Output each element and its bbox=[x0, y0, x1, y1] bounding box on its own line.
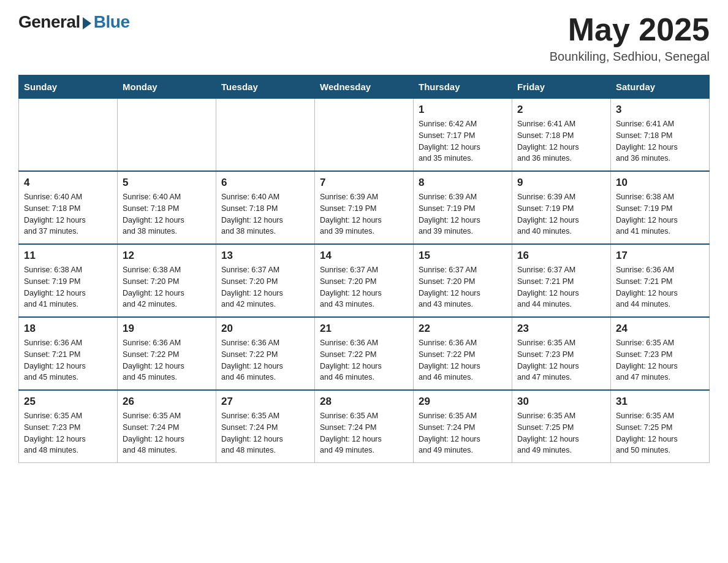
calendar-cell: 5Sunrise: 6:40 AMSunset: 7:18 PMDaylight… bbox=[118, 171, 216, 244]
day-info: Sunrise: 6:36 AMSunset: 7:21 PMDaylight:… bbox=[24, 337, 112, 383]
day-info: Sunrise: 6:35 AMSunset: 7:24 PMDaylight:… bbox=[123, 410, 211, 456]
day-info: Sunrise: 6:37 AMSunset: 7:20 PMDaylight:… bbox=[320, 264, 408, 310]
title-area: May 2025 Bounkiling, Sedhiou, Senegal bbox=[550, 12, 710, 64]
calendar-cell bbox=[118, 99, 216, 172]
calendar-cell: 14Sunrise: 6:37 AMSunset: 7:20 PMDayligh… bbox=[315, 244, 414, 317]
day-number: 11 bbox=[24, 250, 112, 262]
calendar-cell: 18Sunrise: 6:36 AMSunset: 7:21 PMDayligh… bbox=[19, 317, 118, 390]
calendar-cell: 31Sunrise: 6:35 AMSunset: 7:25 PMDayligh… bbox=[611, 390, 710, 463]
calendar-week-row: 4Sunrise: 6:40 AMSunset: 7:18 PMDaylight… bbox=[19, 171, 710, 244]
calendar-cell: 3Sunrise: 6:41 AMSunset: 7:18 PMDaylight… bbox=[611, 99, 710, 172]
logo-arrow-icon bbox=[83, 17, 91, 29]
day-number: 21 bbox=[320, 323, 408, 335]
day-info: Sunrise: 6:35 AMSunset: 7:25 PMDaylight:… bbox=[616, 410, 704, 456]
day-info: Sunrise: 6:38 AMSunset: 7:19 PMDaylight:… bbox=[616, 191, 704, 237]
calendar-location: Bounkiling, Sedhiou, Senegal bbox=[550, 50, 710, 64]
calendar-cell: 2Sunrise: 6:41 AMSunset: 7:18 PMDaylight… bbox=[512, 99, 611, 172]
calendar-cell: 11Sunrise: 6:38 AMSunset: 7:19 PMDayligh… bbox=[19, 244, 118, 317]
day-number: 31 bbox=[616, 396, 704, 408]
day-info: Sunrise: 6:35 AMSunset: 7:24 PMDaylight:… bbox=[419, 410, 507, 456]
day-info: Sunrise: 6:39 AMSunset: 7:19 PMDaylight:… bbox=[517, 191, 605, 237]
day-number: 3 bbox=[616, 104, 704, 116]
calendar-cell: 20Sunrise: 6:36 AMSunset: 7:22 PMDayligh… bbox=[216, 317, 315, 390]
day-info: Sunrise: 6:37 AMSunset: 7:20 PMDaylight:… bbox=[221, 264, 309, 310]
day-info: Sunrise: 6:35 AMSunset: 7:23 PMDaylight:… bbox=[616, 337, 704, 383]
day-info: Sunrise: 6:38 AMSunset: 7:19 PMDaylight:… bbox=[24, 264, 112, 310]
day-number: 17 bbox=[616, 250, 704, 262]
calendar-cell: 15Sunrise: 6:37 AMSunset: 7:20 PMDayligh… bbox=[414, 244, 512, 317]
calendar-cell: 23Sunrise: 6:35 AMSunset: 7:23 PMDayligh… bbox=[512, 317, 611, 390]
calendar-cell: 21Sunrise: 6:36 AMSunset: 7:22 PMDayligh… bbox=[315, 317, 414, 390]
day-number: 14 bbox=[320, 250, 408, 262]
calendar-week-row: 1Sunrise: 6:42 AMSunset: 7:17 PMDaylight… bbox=[19, 99, 710, 172]
day-number: 26 bbox=[123, 396, 211, 408]
day-info: Sunrise: 6:36 AMSunset: 7:21 PMDaylight:… bbox=[616, 264, 704, 310]
calendar-cell: 16Sunrise: 6:37 AMSunset: 7:21 PMDayligh… bbox=[512, 244, 611, 317]
day-number: 23 bbox=[517, 323, 605, 335]
day-number: 2 bbox=[517, 104, 605, 116]
day-number: 5 bbox=[123, 177, 211, 189]
logo: General Blue bbox=[18, 12, 129, 32]
calendar-cell: 26Sunrise: 6:35 AMSunset: 7:24 PMDayligh… bbox=[118, 390, 216, 463]
day-info: Sunrise: 6:40 AMSunset: 7:18 PMDaylight:… bbox=[24, 191, 112, 237]
day-info: Sunrise: 6:39 AMSunset: 7:19 PMDaylight:… bbox=[419, 191, 507, 237]
day-info: Sunrise: 6:40 AMSunset: 7:18 PMDaylight:… bbox=[221, 191, 309, 237]
calendar-cell: 8Sunrise: 6:39 AMSunset: 7:19 PMDaylight… bbox=[414, 171, 512, 244]
day-info: Sunrise: 6:35 AMSunset: 7:23 PMDaylight:… bbox=[24, 410, 112, 456]
calendar-title: May 2025 bbox=[550, 12, 710, 47]
day-number: 15 bbox=[419, 250, 507, 262]
day-info: Sunrise: 6:37 AMSunset: 7:21 PMDaylight:… bbox=[517, 264, 605, 310]
day-number: 27 bbox=[221, 396, 309, 408]
day-info: Sunrise: 6:37 AMSunset: 7:20 PMDaylight:… bbox=[419, 264, 507, 310]
day-number: 13 bbox=[221, 250, 309, 262]
day-number: 10 bbox=[616, 177, 704, 189]
day-number: 25 bbox=[24, 396, 112, 408]
logo-general-text: General bbox=[18, 12, 80, 32]
calendar-cell: 13Sunrise: 6:37 AMSunset: 7:20 PMDayligh… bbox=[216, 244, 315, 317]
day-number: 19 bbox=[123, 323, 211, 335]
day-number: 16 bbox=[517, 250, 605, 262]
day-number: 6 bbox=[221, 177, 309, 189]
calendar-cell: 10Sunrise: 6:38 AMSunset: 7:19 PMDayligh… bbox=[611, 171, 710, 244]
day-info: Sunrise: 6:39 AMSunset: 7:19 PMDaylight:… bbox=[320, 191, 408, 237]
calendar-cell: 28Sunrise: 6:35 AMSunset: 7:24 PMDayligh… bbox=[315, 390, 414, 463]
day-info: Sunrise: 6:36 AMSunset: 7:22 PMDaylight:… bbox=[419, 337, 507, 383]
calendar-cell: 9Sunrise: 6:39 AMSunset: 7:19 PMDaylight… bbox=[512, 171, 611, 244]
calendar-week-row: 18Sunrise: 6:36 AMSunset: 7:21 PMDayligh… bbox=[19, 317, 710, 390]
calendar-cell: 6Sunrise: 6:40 AMSunset: 7:18 PMDaylight… bbox=[216, 171, 315, 244]
col-monday: Monday bbox=[118, 75, 216, 99]
calendar-week-row: 25Sunrise: 6:35 AMSunset: 7:23 PMDayligh… bbox=[19, 390, 710, 463]
day-number: 24 bbox=[616, 323, 704, 335]
day-info: Sunrise: 6:38 AMSunset: 7:20 PMDaylight:… bbox=[123, 264, 211, 310]
calendar-cell: 1Sunrise: 6:42 AMSunset: 7:17 PMDaylight… bbox=[414, 99, 512, 172]
calendar-cell: 30Sunrise: 6:35 AMSunset: 7:25 PMDayligh… bbox=[512, 390, 611, 463]
day-info: Sunrise: 6:36 AMSunset: 7:22 PMDaylight:… bbox=[320, 337, 408, 383]
calendar-cell bbox=[19, 99, 118, 172]
calendar-cell: 7Sunrise: 6:39 AMSunset: 7:19 PMDaylight… bbox=[315, 171, 414, 244]
day-info: Sunrise: 6:42 AMSunset: 7:17 PMDaylight:… bbox=[419, 118, 507, 164]
day-info: Sunrise: 6:35 AMSunset: 7:25 PMDaylight:… bbox=[517, 410, 605, 456]
calendar-cell: 4Sunrise: 6:40 AMSunset: 7:18 PMDaylight… bbox=[19, 171, 118, 244]
calendar-cell: 12Sunrise: 6:38 AMSunset: 7:20 PMDayligh… bbox=[118, 244, 216, 317]
col-wednesday: Wednesday bbox=[315, 75, 414, 99]
calendar-cell: 27Sunrise: 6:35 AMSunset: 7:24 PMDayligh… bbox=[216, 390, 315, 463]
day-number: 4 bbox=[24, 177, 112, 189]
page-header: General Blue May 2025 Bounkiling, Sedhio… bbox=[18, 12, 710, 64]
calendar-cell: 29Sunrise: 6:35 AMSunset: 7:24 PMDayligh… bbox=[414, 390, 512, 463]
logo-blue-text: Blue bbox=[94, 12, 130, 32]
day-number: 30 bbox=[517, 396, 605, 408]
col-friday: Friday bbox=[512, 75, 611, 99]
day-number: 1 bbox=[419, 104, 507, 116]
calendar-cell: 17Sunrise: 6:36 AMSunset: 7:21 PMDayligh… bbox=[611, 244, 710, 317]
calendar-cell: 22Sunrise: 6:36 AMSunset: 7:22 PMDayligh… bbox=[414, 317, 512, 390]
calendar-cell bbox=[315, 99, 414, 172]
day-info: Sunrise: 6:40 AMSunset: 7:18 PMDaylight:… bbox=[123, 191, 211, 237]
day-info: Sunrise: 6:35 AMSunset: 7:24 PMDaylight:… bbox=[320, 410, 408, 456]
calendar-cell: 24Sunrise: 6:35 AMSunset: 7:23 PMDayligh… bbox=[611, 317, 710, 390]
day-number: 28 bbox=[320, 396, 408, 408]
col-saturday: Saturday bbox=[611, 75, 710, 99]
day-info: Sunrise: 6:36 AMSunset: 7:22 PMDaylight:… bbox=[123, 337, 211, 383]
day-number: 12 bbox=[123, 250, 211, 262]
calendar-header-row: Sunday Monday Tuesday Wednesday Thursday… bbox=[19, 75, 710, 99]
col-tuesday: Tuesday bbox=[216, 75, 315, 99]
